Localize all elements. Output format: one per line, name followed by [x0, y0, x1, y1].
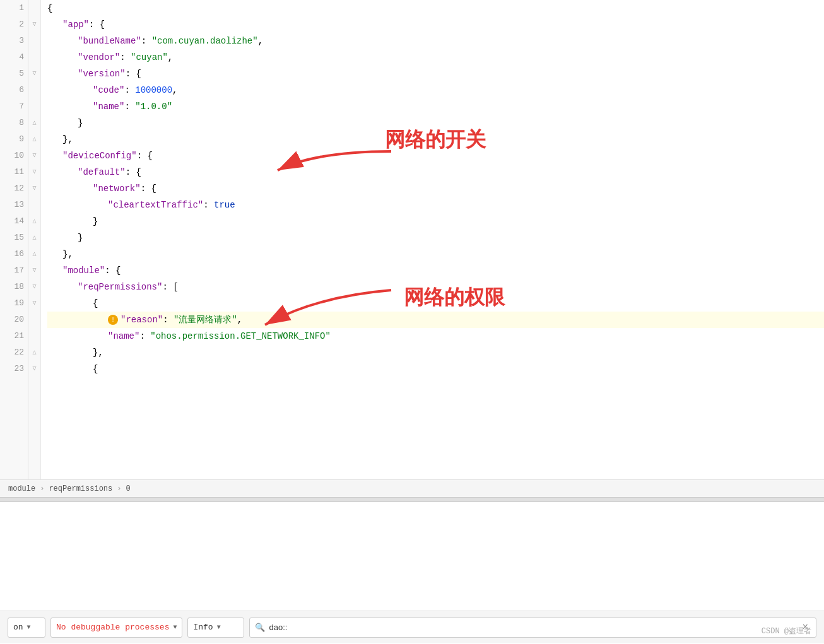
code-line: "name": "1.0.0" [47, 98, 824, 115]
log-level-dropdown-arrow: ▼ [217, 624, 221, 631]
line-number: 10 [4, 148, 24, 164]
line-number: 11 [4, 164, 24, 180]
line-number: 1 [4, 0, 24, 16]
line-number: 2 [4, 16, 24, 33]
fold-icon[interactable]: △ [28, 246, 40, 262]
panel-divider [0, 497, 824, 502]
connection-select[interactable]: on ▼ [8, 618, 45, 638]
line-numbers: 1234567891011121314151617181920212223 [0, 0, 28, 479]
code-line: "reqPermissions": [ [47, 279, 824, 295]
fold-icon[interactable] [28, 98, 40, 115]
search-icon: 🔍 [255, 623, 265, 633]
line-number: 18 [4, 279, 24, 295]
fold-icon[interactable]: △ [28, 213, 40, 230]
breadcrumb-part-3: 0 [126, 484, 130, 493]
fold-icon[interactable] [28, 312, 40, 328]
fold-gutter: ▽▽△△▽▽▽△△△▽▽▽△▽ [28, 0, 41, 479]
code-line: "cleartextTraffic": true [47, 197, 824, 213]
search-box[interactable]: 🔍 × [249, 618, 816, 638]
fold-icon[interactable]: △ [28, 115, 40, 131]
line-number: 22 [4, 344, 24, 361]
fold-icon[interactable]: ▽ [28, 262, 40, 279]
line-number: 16 [4, 246, 24, 262]
fold-icon[interactable]: △ [28, 230, 40, 246]
code-line: "version": { [47, 66, 824, 82]
fold-icon[interactable]: ▽ [28, 66, 40, 82]
code-line: "name": "ohos.permission.GET_NETWORK_INF… [47, 328, 824, 344]
code-line: }, [47, 131, 824, 148]
processes-select[interactable]: No debuggable processes ▼ [50, 618, 182, 638]
line-number: 5 [4, 66, 24, 82]
line-number: 13 [4, 197, 24, 213]
code-line: "default": { [47, 164, 824, 180]
fold-icon[interactable] [28, 328, 40, 344]
log-level-label: Info [193, 623, 213, 632]
line-number: 6 [4, 82, 24, 98]
line-number: 23 [4, 361, 24, 377]
fold-icon[interactable]: ▽ [28, 361, 40, 377]
code-line: { [47, 295, 824, 312]
code-line: "network": { [47, 180, 824, 197]
processes-dropdown-arrow: ▼ [173, 624, 177, 631]
bottom-toolbar: on ▼ No debuggable processes ▼ Info ▼ 🔍 … [0, 611, 824, 643]
code-line: "module": { [47, 262, 824, 279]
breadcrumb-bar: module › reqPermissions › 0 [0, 479, 824, 497]
code-line: } [47, 213, 824, 230]
line-number: 9 [4, 131, 24, 148]
processes-label: No debuggable processes [56, 623, 169, 632]
fold-icon[interactable]: ▽ [28, 164, 40, 180]
line-number: 14 [4, 213, 24, 230]
breadcrumb-part-1: module [8, 484, 35, 493]
line-number: 15 [4, 230, 24, 246]
code-line: { [47, 361, 824, 377]
code-container: 1234567891011121314151617181920212223 ▽▽… [0, 0, 824, 479]
line-number: 21 [4, 328, 24, 344]
code-line: } [47, 230, 824, 246]
watermark: CSDN @盗理者 [762, 626, 811, 636]
line-number: 20 [4, 312, 24, 328]
fold-icon[interactable]: ▽ [28, 279, 40, 295]
connection-label: on [13, 623, 23, 632]
fold-icon[interactable]: △ [28, 131, 40, 148]
empty-area [0, 502, 824, 611]
code-line: !"reason": "流量网络请求", [47, 312, 824, 328]
line-number: 7 [4, 98, 24, 115]
breadcrumb-part-2: reqPermissions [49, 484, 112, 493]
code-line: "app": { [47, 16, 824, 33]
line-number: 4 [4, 49, 24, 66]
fold-icon[interactable] [28, 0, 40, 16]
fold-icon[interactable] [28, 197, 40, 213]
line-number: 19 [4, 295, 24, 312]
line-number: 12 [4, 180, 24, 197]
code-line: "vendor": "cuyan", [47, 49, 824, 66]
fold-icon[interactable] [28, 49, 40, 66]
log-level-select[interactable]: Info ▼ [187, 618, 244, 638]
code-content: {"app": {"bundleName": "com.cuyan.daoliz… [41, 0, 824, 479]
code-line: "code": 1000000, [47, 82, 824, 98]
fold-icon[interactable]: △ [28, 344, 40, 361]
code-line: } [47, 115, 824, 131]
line-number: 17 [4, 262, 24, 279]
fold-icon[interactable] [28, 82, 40, 98]
hint-icon: ! [108, 315, 118, 325]
editor-area: 1234567891011121314151617181920212223 ▽▽… [0, 0, 824, 479]
fold-icon[interactable]: ▽ [28, 148, 40, 164]
fold-icon[interactable]: ▽ [28, 295, 40, 312]
code-line: "deviceConfig": { [47, 148, 824, 164]
fold-icon[interactable] [28, 33, 40, 49]
code-line: { [47, 0, 824, 16]
code-line: }, [47, 344, 824, 361]
code-line: "bundleName": "com.cuyan.daolizhe", [47, 33, 824, 49]
line-number: 8 [4, 115, 24, 131]
connection-dropdown-arrow: ▼ [27, 624, 31, 631]
fold-icon[interactable]: ▽ [28, 180, 40, 197]
code-line: }, [47, 246, 824, 262]
fold-icon[interactable]: ▽ [28, 16, 40, 33]
line-number: 3 [4, 33, 24, 49]
search-input[interactable] [269, 623, 796, 632]
